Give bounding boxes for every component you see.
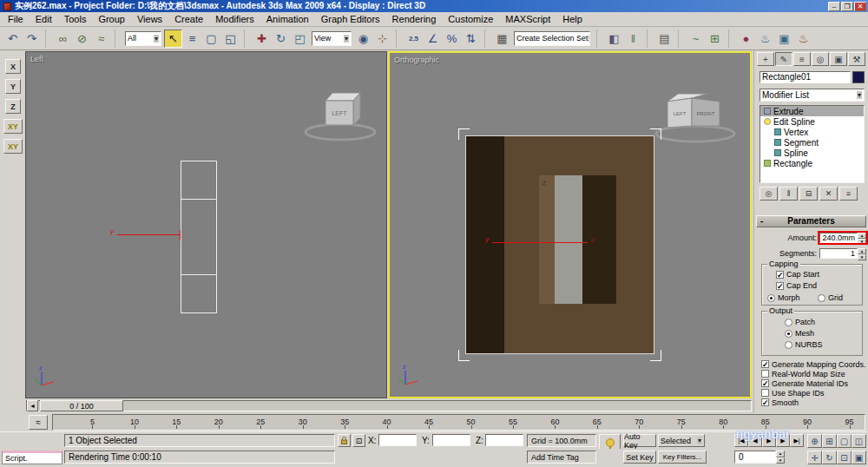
- viewport-orthographic[interactable]: Orthographic LEFT FRONT y x z: [388, 51, 752, 398]
- spinner-down-icon[interactable]: ▾: [858, 239, 866, 245]
- cap-start-checkbox[interactable]: ✓ Cap Start: [776, 270, 819, 279]
- percent-snap-icon[interactable]: %: [443, 30, 461, 48]
- axis-constraint-z-button[interactable]: Z: [5, 99, 21, 114]
- axis-constraint-xy-button[interactable]: XY: [3, 139, 23, 154]
- axis-constraint-x-button[interactable]: X: [5, 59, 21, 74]
- modifier-stack-item-edit-spline[interactable]: Edit Spline: [760, 116, 864, 127]
- zoom-all-button[interactable]: ⊞: [822, 434, 837, 448]
- select-object-icon[interactable]: ↖: [164, 30, 182, 48]
- undo-icon[interactable]: ↶: [3, 30, 22, 48]
- window-crossing-icon[interactable]: ◱: [221, 30, 240, 48]
- rendered-frame-window-icon[interactable]: ▣: [775, 30, 793, 48]
- modifier-stack-item-spline[interactable]: Spline: [760, 148, 864, 158]
- render-setup-icon[interactable]: ♨: [756, 30, 774, 48]
- param-checkbox-use-shape-ids[interactable]: Use Shape IDs: [761, 388, 868, 398]
- menu-item-tools[interactable]: Tools: [58, 12, 93, 26]
- zoom-extents-all-button[interactable]: ◫: [852, 434, 866, 448]
- menu-item-create[interactable]: Create: [168, 12, 209, 26]
- select-and-rotate-icon[interactable]: ↻: [272, 30, 290, 48]
- axis-constraint-xy-button[interactable]: XY: [3, 119, 23, 134]
- menu-item-maxscript[interactable]: MAXScript: [499, 12, 556, 26]
- align-icon[interactable]: ‖: [624, 30, 642, 48]
- key-selection-dropdown[interactable]: Selected ▾: [658, 434, 705, 447]
- y-axis-gizmo-line[interactable]: [117, 234, 181, 235]
- tab-utilities[interactable]: ⚒: [848, 52, 865, 66]
- zoom-button[interactable]: ⊕: [807, 434, 822, 448]
- time-slider-handle[interactable]: 0 / 100: [40, 400, 123, 411]
- tab-display[interactable]: ▣: [830, 52, 847, 66]
- select-and-move-icon[interactable]: ✚: [253, 30, 271, 48]
- maxscript-mini-listener[interactable]: Script.: [2, 451, 62, 464]
- maximize-viewport-toggle-button[interactable]: ▣: [852, 451, 866, 464]
- menu-item-customize[interactable]: Customize: [442, 12, 499, 26]
- segments-field[interactable]: 1: [819, 248, 858, 259]
- tab-modify[interactable]: ✎: [775, 52, 792, 66]
- spinner-up-icon[interactable]: ▴: [776, 451, 785, 457]
- patch-radio[interactable]: Patch: [785, 318, 815, 326]
- snaps-toggle-icon[interactable]: 2.5: [404, 30, 423, 48]
- mesh-radio[interactable]: Mesh: [785, 329, 814, 338]
- fov-button[interactable]: ⊡: [837, 451, 852, 464]
- axis-constraint-y-button[interactable]: Y: [5, 79, 21, 94]
- reference-coordinate-system-dropdown[interactable]: View▾: [312, 31, 352, 46]
- menu-item-help[interactable]: Help: [556, 12, 589, 26]
- named-selection-set-dropdown[interactable]: Create Selection Set▾: [514, 31, 590, 46]
- angle-snap-icon[interactable]: ∠: [424, 30, 442, 48]
- title-bar[interactable]: 实例262.max - Project Folder: D:\我的文档\3dsm…: [0, 0, 868, 12]
- y-axis-gizmo-line[interactable]: [492, 242, 588, 243]
- zoom-extents-button[interactable]: ▢: [837, 434, 852, 448]
- absolute-mode-toggle[interactable]: ⊡: [352, 434, 365, 447]
- make-unique-button[interactable]: ⊟: [799, 187, 818, 201]
- select-and-link-icon[interactable]: ∞: [54, 30, 72, 48]
- param-checkbox-generate-mapping-coords[interactable]: ✓Generate Mapping Coords.: [761, 359, 868, 369]
- time-slider-left-arrow[interactable]: ◄: [27, 400, 38, 411]
- param-checkbox-generate-material-ids[interactable]: ✓Generate Material IDs: [761, 378, 868, 388]
- tab-create[interactable]: +: [757, 52, 774, 66]
- remove-modifier-button[interactable]: ✕: [819, 187, 838, 201]
- selection-filter-dropdown[interactable]: All▾: [125, 31, 161, 46]
- select-and-scale-icon[interactable]: ◰: [291, 30, 309, 48]
- set-key-button[interactable]: Set Key: [623, 451, 656, 464]
- param-checkbox-smooth[interactable]: ✓Smooth: [761, 398, 868, 407]
- amount-field[interactable]: 240.0mm: [819, 233, 858, 243]
- spinner-down-icon[interactable]: ▾: [776, 457, 785, 464]
- spinner-down-icon[interactable]: ▾: [858, 254, 866, 260]
- pin-stack-button[interactable]: ◎: [760, 187, 778, 201]
- grid-radio[interactable]: Grid: [818, 293, 843, 302]
- modifier-stack-item-rectangle[interactable]: Rectangle: [760, 158, 864, 168]
- menu-item-animation[interactable]: Animation: [260, 12, 315, 26]
- mirror-icon[interactable]: ◧: [605, 30, 623, 48]
- spinner-up-icon[interactable]: ▴: [858, 248, 866, 254]
- param-checkbox-real-world-map-size[interactable]: Real-World Map Size: [761, 369, 868, 378]
- object-color-swatch[interactable]: [852, 71, 865, 83]
- extruded-rectangle-object[interactable]: [466, 136, 654, 353]
- x-coord-field[interactable]: [378, 434, 417, 446]
- spinner-up-icon[interactable]: ▴: [858, 233, 866, 239]
- unlink-selection-icon[interactable]: ⊘: [73, 30, 91, 48]
- rectangle-spline-wireframe[interactable]: [181, 161, 217, 313]
- morph-radio[interactable]: Morph: [767, 293, 800, 302]
- spinner-snap-icon[interactable]: ⇅: [462, 30, 480, 48]
- select-and-manipulate-icon[interactable]: ⊹: [373, 30, 391, 48]
- quick-render-icon[interactable]: ♨: [794, 30, 812, 48]
- viewcube-left[interactable]: LEFT: [299, 87, 382, 143]
- add-time-tag[interactable]: Add Time Tag: [527, 451, 596, 464]
- redo-icon[interactable]: ↷: [23, 30, 41, 48]
- open-mini-curve-editor-button[interactable]: ≈: [29, 415, 48, 430]
- parameters-rollout-header[interactable]: - Parameters: [756, 215, 866, 227]
- material-editor-icon[interactable]: ●: [737, 30, 755, 48]
- object-name-field[interactable]: Rectangle01: [760, 71, 851, 83]
- select-by-name-icon[interactable]: ≡: [183, 30, 201, 48]
- viewport-left[interactable]: Left LEFT y z: [26, 52, 386, 398]
- nurbs-radio[interactable]: NURBS: [785, 340, 823, 349]
- tab-hierarchy[interactable]: ≡: [793, 52, 811, 66]
- menu-item-file[interactable]: File: [2, 12, 30, 26]
- rectangular-selection-region-icon[interactable]: ▢: [202, 30, 220, 48]
- auto-key-button[interactable]: Auto Key: [623, 434, 656, 447]
- maximize-button[interactable]: ❐: [841, 2, 853, 11]
- minimize-button[interactable]: –: [828, 2, 840, 11]
- modifier-stack-item-extrude[interactable]: Extrude: [760, 106, 864, 116]
- current-frame-field[interactable]: 0: [734, 451, 776, 464]
- menu-item-graph-editors[interactable]: Graph Editors: [315, 12, 386, 26]
- selection-lock-toggle[interactable]: [338, 434, 351, 447]
